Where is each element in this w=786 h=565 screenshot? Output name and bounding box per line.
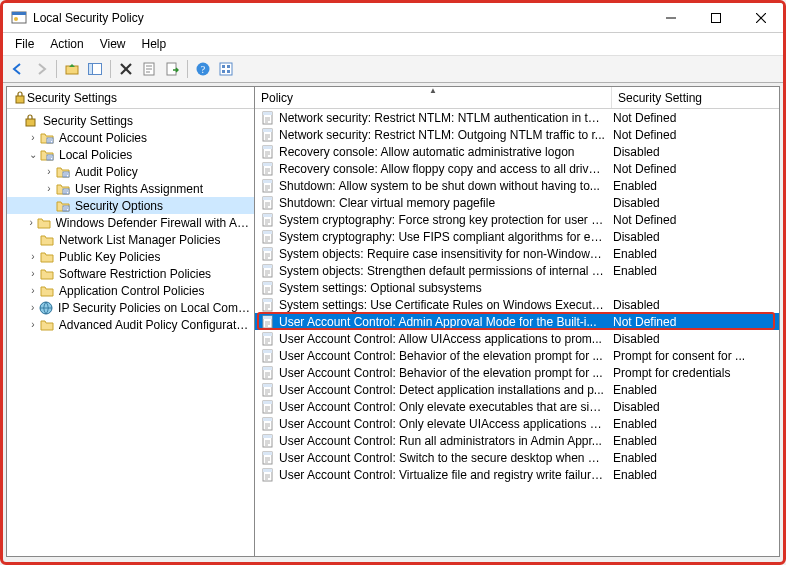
policy-name: System objects: Strengthen default permi… xyxy=(279,264,609,278)
policy-name: User Account Control: Switch to the secu… xyxy=(279,451,609,465)
tree-item-label: Account Policies xyxy=(59,131,147,145)
policy-setting: Disabled xyxy=(609,196,779,210)
show-hide-tree-button[interactable] xyxy=(84,58,106,80)
help-button[interactable]: ? xyxy=(192,58,214,80)
policy-row[interactable]: System settings: Optional subsystems xyxy=(255,279,779,296)
column-header-setting[interactable]: Security Setting xyxy=(612,87,779,108)
policy-setting: Not Defined xyxy=(609,162,779,176)
expander-icon[interactable]: › xyxy=(27,319,39,330)
svg-rect-68 xyxy=(263,197,272,200)
tree-item[interactable]: ›User Rights Assignment xyxy=(7,180,254,197)
svg-rect-63 xyxy=(263,180,272,183)
expander-icon[interactable]: › xyxy=(43,166,55,177)
tree-item[interactable]: ⌄Local Policies xyxy=(7,146,254,163)
folder-policy-icon xyxy=(39,147,55,163)
expander-icon[interactable]: › xyxy=(27,251,39,262)
policy-name: Shutdown: Clear virtual memory pagefile xyxy=(279,196,609,210)
folder-icon xyxy=(39,249,55,265)
policy-name: System cryptography: Force strong key pr… xyxy=(279,213,609,227)
list-panel: ▲ Policy Security Setting Network securi… xyxy=(255,87,779,556)
menu-action[interactable]: Action xyxy=(42,35,91,53)
column-header-policy[interactable]: ▲ Policy xyxy=(255,87,612,108)
svg-rect-20 xyxy=(222,65,225,68)
tree-item[interactable]: ›Account Policies xyxy=(7,129,254,146)
window-controls xyxy=(648,3,783,32)
policy-row[interactable]: User Account Control: Behavior of the el… xyxy=(255,347,779,364)
tree-item[interactable]: Network List Manager Policies xyxy=(7,231,254,248)
up-button[interactable] xyxy=(61,58,83,80)
tree-item[interactable]: ›Advanced Audit Policy Configuration xyxy=(7,316,254,333)
svg-rect-73 xyxy=(263,214,272,217)
delete-button[interactable] xyxy=(115,58,137,80)
policy-row[interactable]: Shutdown: Allow system to be shut down w… xyxy=(255,177,779,194)
policy-row[interactable]: User Account Control: Only elevate UIAcc… xyxy=(255,415,779,432)
list-body[interactable]: Network security: Restrict NTLM: NTLM au… xyxy=(255,109,779,556)
expander-icon[interactable]: ⌄ xyxy=(27,149,39,160)
policy-row[interactable]: Recovery console: Allow automatic admini… xyxy=(255,143,779,160)
tree-item[interactable]: ›Software Restriction Policies xyxy=(7,265,254,282)
policy-row[interactable]: System settings: Use Certificate Rules o… xyxy=(255,296,779,313)
policy-row[interactable]: User Account Control: Admin Approval Mod… xyxy=(255,313,779,330)
close-button[interactable] xyxy=(738,3,783,32)
policy-row[interactable]: Recovery console: Allow floppy copy and … xyxy=(255,160,779,177)
policy-row[interactable]: User Account Control: Switch to the secu… xyxy=(255,449,779,466)
policy-setting: Enabled xyxy=(609,247,779,261)
policy-icon xyxy=(260,195,276,211)
tree-item-label: User Rights Assignment xyxy=(75,182,203,196)
tree-item[interactable]: Security Settings xyxy=(7,112,254,129)
policy-row[interactable]: System cryptography: Force strong key pr… xyxy=(255,211,779,228)
policy-name: Network security: Restrict NTLM: NTLM au… xyxy=(279,111,609,125)
policy-icon xyxy=(260,433,276,449)
expander-icon[interactable]: › xyxy=(27,217,36,228)
expander-icon[interactable]: › xyxy=(27,285,39,296)
export-button[interactable] xyxy=(161,58,183,80)
svg-rect-148 xyxy=(263,469,272,472)
policy-row[interactable]: User Account Control: Virtualize file an… xyxy=(255,466,779,483)
policy-row[interactable]: Network security: Restrict NTLM: Outgoin… xyxy=(255,126,779,143)
expander-icon[interactable]: › xyxy=(43,183,55,194)
policy-row[interactable]: User Account Control: Only elevate execu… xyxy=(255,398,779,415)
folder-policy-icon xyxy=(55,181,71,197)
policy-row[interactable]: System cryptography: Use FIPS compliant … xyxy=(255,228,779,245)
tree-item[interactable]: Security Options xyxy=(7,197,254,214)
policy-row[interactable]: User Account Control: Behavior of the el… xyxy=(255,364,779,381)
folder-policy-icon xyxy=(55,198,71,214)
root-icon xyxy=(23,113,39,129)
refresh-button[interactable] xyxy=(215,58,237,80)
menu-view[interactable]: View xyxy=(92,35,134,53)
policy-row[interactable]: System objects: Strengthen default permi… xyxy=(255,262,779,279)
tree-item[interactable]: ›Public Key Policies xyxy=(7,248,254,265)
folder-policy-icon xyxy=(55,164,71,180)
expander-icon[interactable]: › xyxy=(27,302,38,313)
policy-row[interactable]: Network security: Restrict NTLM: NTLM au… xyxy=(255,109,779,126)
back-button[interactable] xyxy=(7,58,29,80)
expander-icon[interactable]: › xyxy=(27,268,39,279)
svg-rect-43 xyxy=(263,112,272,115)
policy-row[interactable]: Shutdown: Clear virtual memory pagefileD… xyxy=(255,194,779,211)
tree-item-label: Local Policies xyxy=(59,148,132,162)
titlebar: Local Security Policy xyxy=(3,3,783,33)
policy-row[interactable]: User Account Control: Run all administra… xyxy=(255,432,779,449)
tree-item[interactable]: ›Application Control Policies xyxy=(7,282,254,299)
policy-row[interactable]: User Account Control: Allow UIAccess app… xyxy=(255,330,779,347)
svg-rect-1 xyxy=(12,12,26,15)
properties-button[interactable] xyxy=(138,58,160,80)
policy-row[interactable]: User Account Control: Detect application… xyxy=(255,381,779,398)
policy-name: User Account Control: Detect application… xyxy=(279,383,609,397)
expander-icon[interactable]: › xyxy=(27,132,39,143)
menu-file[interactable]: File xyxy=(7,35,42,53)
tree-body[interactable]: Security Settings›Account Policies⌄Local… xyxy=(7,109,254,556)
policy-row[interactable]: System objects: Require case insensitivi… xyxy=(255,245,779,262)
tree-item[interactable]: ›IP Security Policies on Local Computer xyxy=(7,299,254,316)
policy-setting: Enabled xyxy=(609,451,779,465)
tree-item[interactable]: ›Audit Policy xyxy=(7,163,254,180)
tree-item[interactable]: ›Windows Defender Firewall with Advanced… xyxy=(7,214,254,231)
ipsec-icon xyxy=(38,300,54,316)
forward-button[interactable] xyxy=(30,58,52,80)
menu-help[interactable]: Help xyxy=(134,35,175,53)
policy-icon xyxy=(260,263,276,279)
minimize-button[interactable] xyxy=(648,3,693,32)
svg-rect-133 xyxy=(263,418,272,421)
policy-name: System settings: Use Certificate Rules o… xyxy=(279,298,609,312)
maximize-button[interactable] xyxy=(693,3,738,32)
